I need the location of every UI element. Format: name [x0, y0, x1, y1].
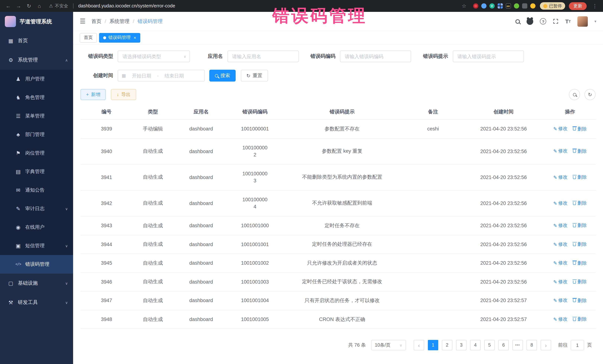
table-row[interactable]: 3940 自动生成 dashboard 100100000 2 参数配置 key…	[81, 138, 596, 164]
delete-link[interactable]: 删除	[573, 241, 587, 248]
tab-errcode[interactable]: 错误码管理 ×	[99, 33, 140, 43]
hamburger-icon[interactable]: ☰	[80, 17, 86, 25]
export-button[interactable]: ↓ 导出	[111, 89, 136, 100]
fullscreen-icon[interactable]	[553, 19, 559, 24]
user-avatar[interactable]	[577, 16, 588, 26]
extension-icon-record[interactable]	[473, 3, 478, 9]
update-button[interactable]: 更新	[569, 2, 587, 10]
paused-badge[interactable]: 已暂停	[540, 2, 565, 10]
app-name-input[interactable]	[227, 50, 299, 62]
edit-link[interactable]: ✎修改	[553, 241, 568, 247]
delete-link[interactable]: 删除	[573, 298, 587, 304]
error-hint-input[interactable]	[452, 50, 524, 62]
address-url[interactable]: dashboard.yudao.iocoder.cn/system/error-…	[78, 3, 175, 9]
search-button[interactable]: 搜索	[209, 70, 236, 82]
page-button-6[interactable]: 6	[498, 340, 509, 351]
extension-icon-green[interactable]	[514, 3, 519, 9]
error-code-input[interactable]	[340, 50, 411, 62]
delete-link[interactable]: 删除	[573, 126, 587, 132]
sidebar-item-dept[interactable]: ♣ 部门管理	[0, 125, 73, 144]
error-type-select[interactable]: ∨	[118, 50, 190, 62]
delete-link[interactable]: 删除	[573, 223, 587, 229]
delete-link[interactable]: 删除	[573, 148, 587, 154]
page-button-1[interactable]: 1	[428, 340, 438, 351]
table-row[interactable]: 3948 自动生成 dashboard 1001001005 CRON 表达式不…	[81, 310, 596, 329]
sidebar-item-role[interactable]: ♞ 角色管理	[0, 88, 73, 107]
table-row[interactable]: 3941 自动生成 dashboard 100100000 3 不能删除类型为系…	[81, 164, 596, 190]
delete-link[interactable]: 删除	[573, 316, 587, 323]
sidebar-item-errcode[interactable]: </> 错误码管理	[0, 255, 73, 274]
table-row[interactable]: 3947 自动生成 dashboard 1001001004 只有开启状态的任务…	[81, 291, 596, 310]
table-row[interactable]: 3946 自动生成 dashboard 1001001003 定时任务已经处于该…	[81, 272, 596, 291]
sidebar-item-dict[interactable]: ▤ 字典管理	[0, 162, 73, 181]
delete-link[interactable]: 删除	[573, 279, 587, 285]
page-button-4[interactable]: 4	[470, 340, 481, 351]
help-icon[interactable]: ?	[540, 18, 546, 24]
extension-icon-smiley[interactable]	[530, 3, 535, 9]
tab-home[interactable]: 首页	[80, 33, 97, 43]
prev-page-button[interactable]: ‹	[414, 340, 424, 351]
edit-link[interactable]: ✎修改	[553, 126, 568, 132]
goto-page-input[interactable]	[571, 340, 584, 351]
date-range-picker[interactable]: ▦ -	[118, 70, 205, 82]
page-button-3[interactable]: 3	[456, 340, 466, 351]
back-button[interactable]: ←	[4, 1, 13, 10]
browser-menu-icon[interactable]: ⋮	[590, 1, 599, 10]
sidebar-item-post[interactable]: ⚑ 岗位管理	[0, 144, 73, 162]
sidebar-item-online[interactable]: ◉ 在线用户	[0, 218, 73, 236]
end-date-input[interactable]	[160, 73, 188, 78]
edit-link[interactable]: ✎修改	[553, 174, 568, 180]
edit-link[interactable]: ✎修改	[553, 260, 568, 266]
delete-link[interactable]: 删除	[573, 260, 587, 266]
security-indicator[interactable]: ⚠ 不安全	[49, 3, 68, 9]
table-row[interactable]: 3945 自动生成 dashboard 1001001002 只允许修改为开启或…	[81, 254, 596, 272]
sidebar-item-user[interactable]: ♟ 用户管理	[0, 70, 73, 88]
table-row[interactable]: 3939 手动编辑 dashboard 1001000001 参数配置不存在 c…	[81, 120, 596, 138]
page-button-2[interactable]: 2	[442, 340, 452, 351]
table-row[interactable]: 3944 自动生成 dashboard 1001001001 定时任务的处理器已…	[81, 235, 596, 254]
edit-link[interactable]: ✎修改	[553, 148, 568, 154]
sidebar-item-sms[interactable]: ▣ 短信管理 ∨	[0, 236, 73, 255]
font-size-icon[interactable]: TT	[565, 18, 571, 24]
refresh-table-button[interactable]: ↻	[584, 89, 596, 100]
table-row[interactable]: 3942 自动生成 dashboard 100100000 4 不允许获取敏感配…	[81, 190, 596, 216]
github-icon[interactable]	[527, 18, 533, 25]
breadcrumb-home[interactable]: 首页	[92, 18, 102, 25]
search-icon[interactable]	[516, 19, 520, 23]
start-date-input[interactable]	[128, 73, 156, 78]
page-ellipsis[interactable]: •••	[512, 340, 523, 351]
extension-icon-dark[interactable]	[522, 3, 527, 9]
page-size-select[interactable]: 10条/页 ∨	[371, 340, 406, 351]
forward-button[interactable]: →	[14, 1, 23, 10]
sidebar-item-infra[interactable]: ▢ 基础设施 ∨	[0, 274, 73, 293]
add-button[interactable]: + 新增	[81, 89, 106, 100]
page-button-5[interactable]: 5	[484, 340, 495, 351]
sidebar-item-audit[interactable]: ✎ 审计日志 ∨	[0, 199, 73, 218]
sidebar-item-devtool[interactable]: ⚒ 研发工具 ∨	[0, 293, 73, 312]
extension-icon-on-badge[interactable]: on	[506, 3, 511, 9]
sidebar-item-notice[interactable]: ✉ 通知公告	[0, 181, 73, 199]
caret-down-icon[interactable]: ▾	[594, 19, 596, 23]
extension-icon-vue[interactable]: V	[489, 3, 494, 9]
reset-button[interactable]: ↻ 重置	[241, 70, 268, 82]
sidebar-item-menu[interactable]: ☰ 菜单管理	[0, 107, 73, 125]
delete-link[interactable]: 删除	[573, 200, 587, 207]
extension-icon-blue[interactable]	[481, 3, 486, 9]
error-type-select-input[interactable]	[118, 50, 190, 62]
sidebar-item-home[interactable]: ▦ 首页	[0, 31, 73, 50]
edit-link[interactable]: ✎修改	[553, 316, 568, 322]
close-icon[interactable]: ×	[134, 35, 136, 40]
edit-link[interactable]: ✎修改	[553, 200, 568, 206]
edit-link[interactable]: ✎修改	[553, 222, 568, 229]
page-button-8[interactable]: 8	[527, 340, 537, 351]
reload-button[interactable]: ↻	[24, 1, 33, 10]
breadcrumb-system[interactable]: 系统管理	[109, 18, 129, 25]
extension-icon-grid[interactable]	[498, 3, 503, 9]
toggle-search-button[interactable]	[569, 89, 580, 100]
table-row[interactable]: 3943 自动生成 dashboard 1001001000 定时任务不存在 2…	[81, 216, 596, 235]
edit-link[interactable]: ✎修改	[553, 278, 568, 285]
edit-link[interactable]: ✎修改	[553, 297, 568, 304]
bookmark-star-icon[interactable]: ☆	[460, 1, 468, 10]
home-button[interactable]: ⌂	[35, 1, 44, 10]
next-page-button[interactable]: ›	[541, 340, 551, 351]
